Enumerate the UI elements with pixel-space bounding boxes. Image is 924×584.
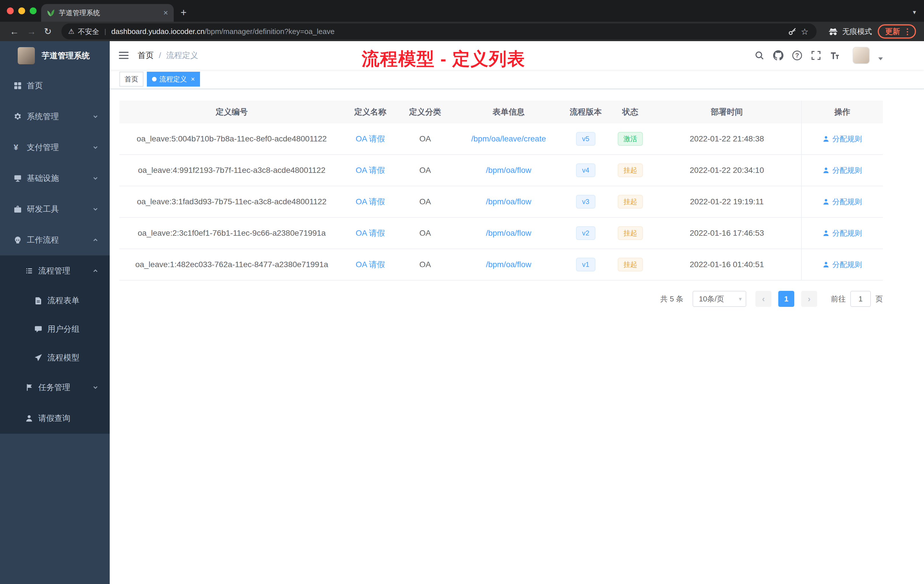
tab-search-chevron-icon[interactable]: ▾ xyxy=(913,8,916,16)
url-text[interactable]: dashboard.yudao.iocoder.cn/bpm/manager/d… xyxy=(111,27,784,36)
sidebar-item-leave-query[interactable]: 请假查询 xyxy=(0,403,110,434)
cell-deploy-time: 2022-01-16 01:40:51 xyxy=(653,260,801,269)
devtools-icon xyxy=(14,205,22,213)
sidebar-item-infrastructure[interactable]: 基础设施 xyxy=(0,163,110,194)
sidebar-item-workflow[interactable]: 工作流程 xyxy=(0,224,110,256)
definition-name-link[interactable]: OA 请假 xyxy=(356,134,385,143)
user-group-icon xyxy=(34,325,42,333)
definition-name-link[interactable]: OA 请假 xyxy=(356,197,385,206)
hamburger-icon[interactable] xyxy=(119,51,129,60)
process-manage-icon xyxy=(25,267,33,275)
chevron-up-icon xyxy=(92,237,98,243)
cell-category: OA xyxy=(396,166,454,175)
search-icon[interactable] xyxy=(752,49,766,62)
definition-table: 定义编号 定义名称 定义分类 表单信息 流程版本 状态 部署时间 操作 oa_l… xyxy=(119,101,883,280)
sidebar-item-task-manage[interactable]: 任务管理 xyxy=(0,372,110,403)
address-bar[interactable]: ⚠ 不安全 | dashboard.yudao.iocoder.cn/bpm/m… xyxy=(61,23,817,40)
col-header-form: 表单信息 xyxy=(454,107,563,117)
sidebar-item-process-manage[interactable]: 流程管理 xyxy=(0,256,110,286)
process-model-icon xyxy=(34,354,42,362)
user-avatar[interactable] xyxy=(853,47,870,64)
col-header-status: 状态 xyxy=(608,107,653,117)
prev-page-button[interactable]: ‹ xyxy=(756,291,771,307)
definition-name-link[interactable]: OA 请假 xyxy=(356,166,385,175)
definition-name-link[interactable]: OA 请假 xyxy=(356,229,385,238)
browser-menu-icon[interactable]: ⋮ xyxy=(903,27,911,36)
window-minimize-button[interactable] xyxy=(18,7,25,14)
bookmark-star-icon[interactable]: ☆ xyxy=(801,26,808,36)
breadcrumb-home[interactable]: 首页 xyxy=(138,50,154,61)
help-icon[interactable]: ? xyxy=(790,49,804,62)
table-header-row: 定义编号 定义名称 定义分类 表单信息 流程版本 状态 部署时间 操作 xyxy=(119,101,883,124)
page-size-select[interactable]: 10条/页 ▾ xyxy=(693,291,746,307)
incognito-label: 无痕模式 xyxy=(842,26,872,36)
sidebar-item-label: 流程表单 xyxy=(48,295,79,306)
sidebar-item-home[interactable]: 首页 xyxy=(0,70,110,101)
font-size-icon[interactable] xyxy=(828,49,842,62)
tag-process-definition[interactable]: 流程定义 × xyxy=(147,72,200,87)
browser-tab[interactable]: 芋道管理系统 × xyxy=(41,4,174,22)
assign-rule-link[interactable]: 分配规则 xyxy=(823,260,862,270)
github-icon[interactable] xyxy=(771,49,785,62)
cell-category: OA xyxy=(396,260,454,269)
page-number-button[interactable]: 1 xyxy=(778,291,794,307)
infrastructure-icon xyxy=(14,174,22,182)
form-info-link[interactable]: /bpm/oa/flow xyxy=(486,229,531,238)
sidebar: 芋道管理系统 首页 系统管理 ¥ 支付管理 基础设施 xyxy=(0,41,110,584)
window-close-button[interactable] xyxy=(7,7,14,14)
goto-label: 前往 xyxy=(831,294,846,304)
tag-label: 流程定义 xyxy=(159,74,187,84)
new-tab-button[interactable]: + xyxy=(181,7,186,18)
incognito-badge: 无痕模式 xyxy=(828,26,872,36)
assign-rule-link[interactable]: 分配规则 xyxy=(823,165,862,175)
main-area: 首页 / 流程定义 ? 首页 xyxy=(110,41,924,584)
next-page-button[interactable]: › xyxy=(801,291,817,307)
sidebar-item-label: 流程模型 xyxy=(48,352,79,363)
sidebar-item-process-model[interactable]: 流程模型 xyxy=(0,343,110,372)
form-info-link[interactable]: /bpm/oa/flow xyxy=(486,166,531,175)
cell-definition-id: oa_leave:4:991f2193-7b7f-11ec-a3c8-acde4… xyxy=(119,166,344,175)
assign-rule-link[interactable]: 分配规则 xyxy=(823,134,862,144)
password-key-icon[interactable] xyxy=(788,27,796,35)
tag-close-icon[interactable]: × xyxy=(191,76,195,82)
workflow-icon xyxy=(14,236,22,244)
reload-button[interactable]: ↻ xyxy=(44,27,52,36)
col-header-category: 定义分类 xyxy=(396,107,454,117)
avatar-caret-icon[interactable] xyxy=(878,58,883,60)
sidebar-item-system[interactable]: 系统管理 xyxy=(0,101,110,132)
definition-name-link[interactable]: OA 请假 xyxy=(356,260,385,269)
sidebar-item-label: 支付管理 xyxy=(27,142,59,153)
page-suffix-label: 页 xyxy=(875,294,883,304)
update-button[interactable]: 更新 ⋮ xyxy=(878,24,916,39)
form-info-link[interactable]: /bpm/oa/leave/create xyxy=(471,134,546,143)
table-row: oa_leave:5:004b710b-7b8a-11ec-8ef0-acde4… xyxy=(119,124,883,155)
assign-rule-link[interactable]: 分配规则 xyxy=(823,228,862,238)
sidebar-item-payment[interactable]: ¥ 支付管理 xyxy=(0,132,110,163)
forward-button[interactable]: → xyxy=(27,27,36,36)
goto-page-input[interactable] xyxy=(850,291,871,307)
navbar-actions: ? xyxy=(752,47,883,64)
logo-title: 芋道管理系统 xyxy=(42,50,90,61)
cell-definition-id: oa_leave:5:004b710b-7b8a-11ec-8ef0-acde4… xyxy=(119,134,344,144)
sidebar-item-label: 系统管理 xyxy=(27,111,59,122)
cell-definition-id: oa_leave:2:3c1f0ef1-76b1-11ec-9c66-a2380… xyxy=(119,229,344,238)
sidebar-item-devtools[interactable]: 研发工具 xyxy=(0,194,110,224)
form-info-link[interactable]: /bpm/oa/flow xyxy=(486,260,531,269)
tab-close-icon[interactable]: × xyxy=(163,9,168,17)
sidebar-logo[interactable]: 芋道管理系统 xyxy=(0,41,110,70)
logo-avatar xyxy=(18,47,35,64)
window-zoom-button[interactable] xyxy=(30,7,36,14)
cell-definition-id: oa_leave:1:482ec033-762a-11ec-8477-a2380… xyxy=(119,260,344,269)
security-label: 不安全 xyxy=(78,27,99,36)
form-info-link[interactable]: /bpm/oa/flow xyxy=(486,197,531,206)
not-secure-warning-icon[interactable]: ⚠ xyxy=(68,27,74,35)
sidebar-item-user-group[interactable]: 用户分组 xyxy=(0,315,110,343)
breadcrumb-current: 流程定义 xyxy=(166,50,198,61)
tag-home[interactable]: 首页 xyxy=(119,72,144,87)
assign-rule-link[interactable]: 分配规则 xyxy=(823,197,862,207)
sidebar-item-process-form[interactable]: 流程表单 xyxy=(0,286,110,315)
payment-icon: ¥ xyxy=(14,144,22,152)
status-badge: 挂起 xyxy=(618,226,643,240)
back-button[interactable]: ← xyxy=(10,27,19,36)
fullscreen-icon[interactable] xyxy=(809,49,823,62)
